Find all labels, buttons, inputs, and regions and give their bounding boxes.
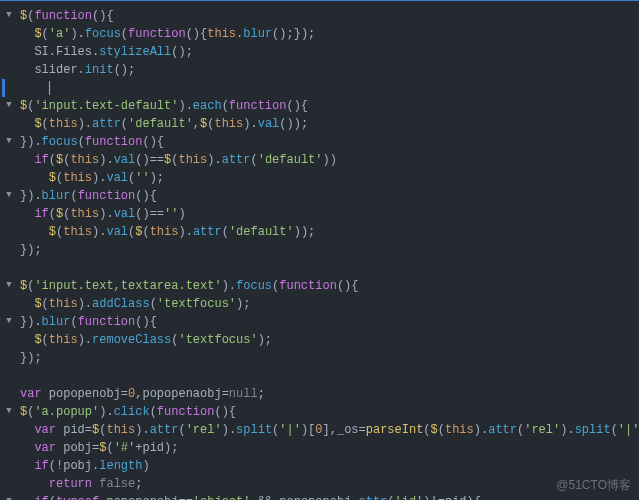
- token: 'default': [229, 223, 294, 241]
- code-line[interactable]: return false;: [20, 475, 639, 493]
- code-line[interactable]: if($(this).val()==''): [20, 205, 639, 223]
- token: )): [323, 151, 337, 169]
- code-line[interactable]: });: [20, 349, 639, 367]
- fold-arrow-icon[interactable]: ▼: [0, 493, 18, 500]
- token: (: [49, 151, 56, 169]
- code-line[interactable]: $('input.text-default').each(function(){: [20, 97, 639, 115]
- token: (: [70, 187, 77, 205]
- token: (: [178, 421, 185, 439]
- token: function: [128, 25, 186, 43]
- token: [20, 457, 34, 475]
- token: if: [34, 493, 48, 500]
- code-line[interactable]: $(this).addClass('textfocus');: [20, 295, 639, 313]
- token: $: [34, 25, 41, 43]
- code-line[interactable]: $(function(){: [20, 7, 639, 25]
- code-line[interactable]: $('a').focus(function(){this.blur();});: [20, 25, 639, 43]
- token: pobj=: [56, 439, 99, 457]
- token: (: [222, 223, 229, 241]
- token: this: [49, 331, 78, 349]
- fold-gutter[interactable]: ▼▼▼▼▼▼▼▼: [0, 1, 18, 500]
- token: popopenobj=: [42, 385, 128, 403]
- code-line[interactable]: $(this).val($(this).attr('default'));: [20, 223, 639, 241]
- token: (: [128, 223, 135, 241]
- gutter-blank: [0, 457, 18, 475]
- token: (: [56, 223, 63, 241]
- code-editor[interactable]: ▼▼▼▼▼▼▼▼ $(function(){ $('a').focus(func…: [0, 1, 639, 500]
- token: (: [272, 277, 279, 295]
- gutter-blank: [0, 169, 18, 187]
- fold-arrow-icon[interactable]: ▼: [0, 313, 18, 331]
- code-line[interactable]: [20, 79, 639, 97]
- token: (: [27, 403, 34, 421]
- fold-arrow-icon[interactable]: ▼: [0, 187, 18, 205]
- gutter-blank: [0, 241, 18, 259]
- token: stylizeAll: [99, 43, 171, 61]
- code-line[interactable]: $(this).val('');: [20, 169, 639, 187]
- token: $: [20, 277, 27, 295]
- code-line[interactable]: if($(this).val()==$(this).attr('default'…: [20, 151, 639, 169]
- code-line[interactable]: }).blur(function(){: [20, 187, 639, 205]
- code-line[interactable]: $('input.text,textarea.text').focus(func…: [20, 277, 639, 295]
- token: (: [70, 313, 77, 331]
- code-line[interactable]: var pobj=$('#'+pid);: [20, 439, 639, 457]
- code-line[interactable]: slider.init();: [20, 61, 639, 79]
- token: '|': [618, 421, 639, 439]
- code-line[interactable]: $('a.popup').click(function(){: [20, 403, 639, 421]
- code-line[interactable]: });: [20, 241, 639, 259]
- token: [20, 151, 34, 169]
- code-area[interactable]: $(function(){ $('a').focus(function(){th…: [18, 1, 639, 500]
- token: popopenobj==: [99, 493, 193, 500]
- token: (: [222, 97, 229, 115]
- token: 'textfocus': [157, 295, 236, 313]
- code-line[interactable]: var pid=$(this).attr('rel').split('|')[0…: [20, 421, 639, 439]
- fold-arrow-icon[interactable]: ▼: [0, 403, 18, 421]
- code-line[interactable]: if(typeof popopenobj=='object' && popope…: [20, 493, 639, 500]
- token: 0: [128, 385, 135, 403]
- token: ;: [258, 385, 265, 403]
- token: click: [114, 403, 150, 421]
- code-line[interactable]: if(!pobj.length): [20, 457, 639, 475]
- fold-arrow-icon[interactable]: ▼: [0, 97, 18, 115]
- code-line[interactable]: }).blur(function(){: [20, 313, 639, 331]
- token: $: [200, 115, 207, 133]
- token: [20, 223, 49, 241]
- token: ));: [294, 223, 316, 241]
- fold-arrow-icon[interactable]: ▼: [0, 277, 18, 295]
- token: init: [85, 61, 114, 79]
- token: ).: [99, 403, 113, 421]
- token: $: [431, 421, 438, 439]
- token: 'input.text,textarea.text': [34, 277, 221, 295]
- code-line[interactable]: }).focus(function(){: [20, 133, 639, 151]
- token: return: [49, 475, 92, 493]
- token: this: [49, 295, 78, 313]
- token: $: [135, 223, 142, 241]
- code-line[interactable]: SI.Files.stylizeAll();: [20, 43, 639, 61]
- token: (: [27, 97, 34, 115]
- gutter-blank: [0, 223, 18, 241]
- code-line[interactable]: $(this).removeClass('textfocus');: [20, 331, 639, 349]
- text-cursor: [49, 81, 50, 95]
- token: )!=pid){: [423, 493, 481, 500]
- token: $: [49, 169, 56, 187]
- fold-arrow-icon[interactable]: ▼: [0, 7, 18, 25]
- token: ).: [70, 25, 84, 43]
- token: function: [78, 187, 136, 205]
- token: ();: [171, 43, 193, 61]
- token: (: [42, 295, 49, 313]
- token: '#': [114, 439, 136, 457]
- token: 'a.popup': [34, 403, 99, 421]
- code-line[interactable]: var popopenobj=0,popopenaobj=null;: [20, 385, 639, 403]
- token: function: [85, 133, 143, 151]
- token: ,: [193, 115, 200, 133]
- token: attr: [222, 151, 251, 169]
- token: $: [34, 331, 41, 349]
- token: [20, 259, 27, 277]
- code-line[interactable]: [20, 367, 639, 385]
- fold-arrow-icon[interactable]: ▼: [0, 133, 18, 151]
- token: ,popopenaobj=: [135, 385, 229, 403]
- token: this: [106, 421, 135, 439]
- token: function: [229, 97, 287, 115]
- code-line[interactable]: $(this).attr('default',$(this).val());: [20, 115, 639, 133]
- token: '|': [279, 421, 301, 439]
- code-line[interactable]: [20, 259, 639, 277]
